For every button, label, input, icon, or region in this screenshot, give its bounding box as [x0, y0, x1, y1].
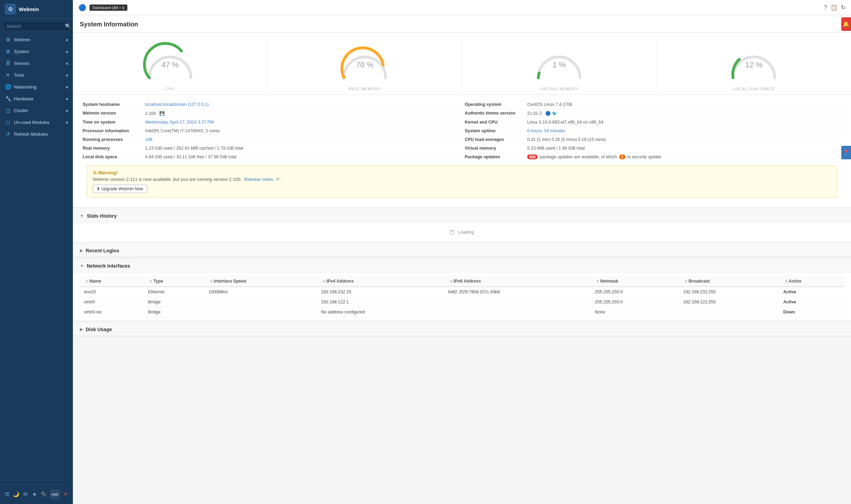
main-content: 🔵 Dashboard (Alt + I) ? 📋 ↻ System Infor…: [73, 0, 851, 504]
sidebar-item-refresh-modules[interactable]: ↺ Refresh Modules: [0, 128, 73, 140]
sysinfo-real-mem-val: 1.23 GiB used / 262.91 MiB cached / 1.78…: [145, 146, 243, 151]
sidebar-item-webmin[interactable]: ⚙ Webmin ◀: [0, 34, 73, 45]
pin-icon[interactable]: 📍: [841, 146, 851, 159]
cell-active: Active: [779, 287, 844, 297]
chevron-right-icon: ◀: [65, 50, 68, 53]
warning-message: Webmin version 2.111 is now available, b…: [93, 177, 831, 182]
help-icon[interactable]: ?: [824, 5, 827, 11]
star-icon[interactable]: ★: [31, 489, 39, 499]
sidebar-item-label: Refresh Modules: [14, 132, 48, 137]
cell-speed: 1000Mb/s: [204, 287, 317, 297]
network-interfaces-title: Network Interfaces: [87, 263, 130, 269]
theme-icon[interactable]: 🌙: [13, 489, 20, 499]
networking-nav-icon: 🌐: [5, 84, 11, 90]
notification-bell[interactable]: 🔔: [841, 17, 851, 31]
theme-info-icon2[interactable]: 🐦: [552, 111, 557, 116]
sysinfo-webmin-val: 2.100 💾: [145, 111, 165, 116]
sort-icon-speed: ⇅: [210, 279, 213, 283]
search-input[interactable]: [7, 24, 65, 29]
refresh-icon[interactable]: ↻: [841, 4, 845, 11]
stats-history-section: ▼ Stats History Loading: [73, 210, 851, 242]
sidebar-item-servers[interactable]: 🗄 Servers ◀: [0, 57, 73, 69]
sysinfo-load-val: 0.31 (1 min) 0.26 (5 mins) 0.18 (15 mins…: [527, 137, 606, 142]
sysinfo-running-val[interactable]: 188: [145, 137, 152, 142]
virtual-memory-gauge-label: VIRTUAL MEMORY: [540, 87, 579, 91]
theme-info-icon1[interactable]: 🔵: [545, 111, 551, 116]
sysinfo-kernel-row: Kernel and CPU Linux 3.10.0-693.el7.x86_…: [462, 118, 844, 127]
cell-netmask: None: [591, 307, 679, 317]
sysinfo-virt-mem-row: Virtual memory 5.23 MiB used / 1.99 GiB …: [462, 144, 844, 153]
network-chevron: ▼: [80, 263, 84, 268]
col-ipv4[interactable]: ⇅ IPv4 Address: [317, 276, 444, 287]
col-netmask[interactable]: ⇅ Netmask: [591, 276, 679, 287]
sidebar-item-hardware[interactable]: 🔧 Hardware ◀: [0, 93, 73, 104]
recent-logins-header[interactable]: ▶ Recent Logins: [73, 244, 851, 257]
menu-icon[interactable]: ☰: [3, 489, 11, 499]
sysinfo-running-row: Running processes 188: [80, 135, 462, 144]
sidebar-item-system[interactable]: 🖥 System ◀: [0, 45, 73, 57]
sidebar-search-bar[interactable]: 🔍: [3, 21, 69, 31]
svg-text:1 %: 1 %: [553, 60, 566, 69]
security-count-badge: 1: [619, 154, 625, 159]
plugin-icon[interactable]: 🔌: [40, 489, 48, 499]
upgrade-webmin-button[interactable]: ⬆ Upgrade Webmin Now: [93, 185, 147, 193]
sysinfo-hostname-row: System hostname localhost.localdomain (1…: [80, 100, 462, 109]
release-notes-link[interactable]: Release notes.: [244, 177, 275, 182]
mail-icon[interactable]: ✉: [22, 489, 29, 499]
sidebar-item-cluster[interactable]: ◫ Cluster ◀: [0, 104, 73, 116]
cell-ipv6: fe80::2f29:790d:107c:43b8: [444, 287, 591, 297]
sidebar-item-label: Networking: [14, 84, 36, 90]
cpu-gauge-label: CPU: [166, 87, 175, 91]
col-speed[interactable]: ⇅ Interface Speed: [204, 276, 317, 287]
network-table-container: ⇅ Name ⇅ Type ⇅ Interface Speed: [73, 272, 851, 321]
user-label[interactable]: root: [50, 489, 60, 499]
chevron-right-icon: ◀: [65, 97, 68, 101]
disk-usage-header[interactable]: ▶ Disk Usage: [73, 323, 851, 336]
sysinfo-virt-mem-key: Virtual memory: [465, 146, 527, 151]
sysinfo-proc-info-row: Processor information Intel(R) Core(TM) …: [80, 127, 462, 135]
network-interfaces-header[interactable]: ▼ Network Interfaces: [73, 260, 851, 272]
sysinfo-os-val: CentOS Linux 7.4.1708: [527, 102, 572, 107]
sysinfo-uptime-val[interactable]: 6 hours, 54 minutes: [527, 128, 565, 133]
gauges-row: 47 % CPU 70 % REAL MEMORY: [73, 33, 851, 95]
tools-nav-icon: ✕: [5, 72, 11, 78]
col-broadcast[interactable]: ⇅ Broadcast: [679, 276, 779, 287]
sidebar-item-tools[interactable]: ✕ Tools ◀: [0, 69, 73, 81]
table-row: virbr0 Bridge 192.168.122.1 255.255.255.…: [80, 297, 844, 307]
cell-speed: [204, 307, 317, 317]
cell-ipv6: [444, 307, 591, 317]
security-update-text: is security update: [627, 154, 661, 159]
sysinfo-time-val[interactable]: Wednesday, April 17, 2024 3:27 PM: [145, 120, 214, 125]
servers-nav-icon: 🗄: [5, 60, 11, 66]
topbar-icons: ? 📋 ↻: [824, 4, 845, 11]
sysinfo-webmin-ver-row: Webmin version 2.100 💾: [80, 109, 462, 118]
sort-icon-netmask: ⇅: [596, 279, 599, 283]
cell-broadcast: 192.168.122.255: [679, 297, 779, 307]
col-name[interactable]: ⇅ Name: [80, 276, 144, 287]
sysinfo-hostname-val[interactable]: localhost.localdomain (127.0.0.1): [145, 102, 209, 107]
stats-history-chevron: ▼: [80, 213, 84, 218]
sysinfo-theme-row: Authentic theme version 21.01-2 🔵 🐦: [462, 109, 844, 118]
webmin-logo-icon: ⚙: [5, 3, 16, 15]
clipboard-icon[interactable]: 📋: [831, 4, 837, 11]
real-memory-gauge-label: REAL MEMORY: [349, 87, 381, 91]
logout-icon[interactable]: ✕: [62, 489, 69, 499]
col-type[interactable]: ⇅ Type: [144, 276, 204, 287]
sysinfo-disk-val: 4.84 GiB used / 33.11 GiB free / 37.96 G…: [145, 154, 236, 159]
stats-history-header[interactable]: ▼ Stats History: [73, 210, 851, 222]
sysinfo-load-row: CPU load averages 0.31 (1 min) 0.26 (5 m…: [462, 135, 844, 144]
table-row: virbr0-nic Bridge No address configured …: [80, 307, 844, 317]
sysinfo-real-mem-key: Real memory: [83, 146, 145, 151]
cell-active: Down: [779, 307, 844, 317]
sysinfo-hostname-key: System hostname: [83, 102, 145, 107]
sysinfo-proc-key: Processor information: [83, 128, 145, 133]
recent-logins-title: Recent Logins: [86, 248, 119, 253]
sidebar-item-label: Tools: [14, 73, 24, 78]
col-ipv6[interactable]: ⇅ IPv6 Address: [444, 276, 591, 287]
sidebar-item-networking[interactable]: 🌐 Networking ◀: [0, 81, 73, 93]
webmin-ver-icon[interactable]: 💾: [159, 111, 165, 116]
col-active[interactable]: ⇅ Active: [779, 276, 844, 287]
sidebar-item-unused-modules[interactable]: ◻ Un-used Modules ◀: [0, 116, 73, 128]
disk-usage-title: Disk Usage: [86, 327, 112, 332]
sysinfo-real-mem-row: Real memory 1.23 GiB used / 262.91 MiB c…: [80, 144, 462, 153]
